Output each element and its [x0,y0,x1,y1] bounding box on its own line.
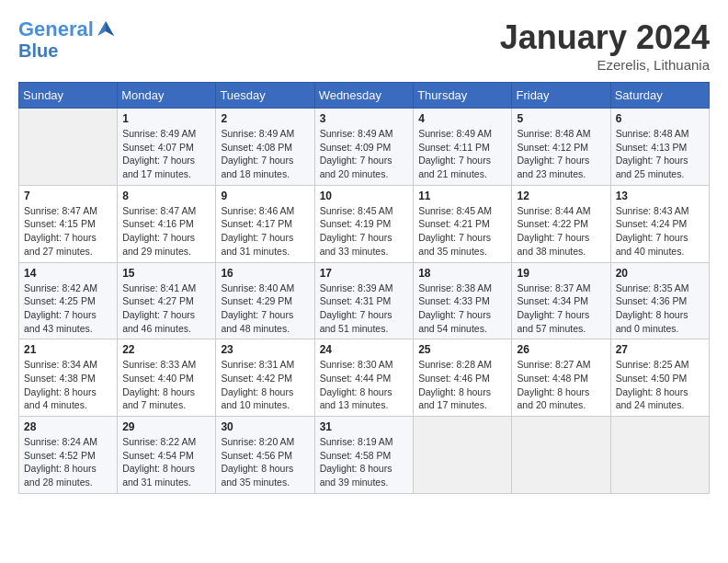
day-number: 7 [24,190,112,202]
calendar-header: SundayMondayTuesdayWednesdayThursdayFrid… [19,83,710,109]
day-info: Sunrise: 8:28 AMSunset: 4:46 PMDaylight:… [418,358,506,412]
day-number: 3 [320,112,409,125]
page-header: General Blue January 2024 Ezerelis, Lith… [18,18,710,73]
header-row: SundayMondayTuesdayWednesdayThursdayFrid… [19,83,710,109]
calendar-cell: 21Sunrise: 8:34 AMSunset: 4:38 PMDayligh… [19,339,118,417]
calendar-cell: 9Sunrise: 8:46 AMSunset: 4:17 PMDaylight… [216,185,314,262]
day-info: Sunrise: 8:27 AMSunset: 4:48 PMDaylight:… [517,358,605,412]
day-header-monday: Monday [118,83,216,109]
day-info: Sunrise: 8:33 AMSunset: 4:40 PMDaylight:… [122,358,210,412]
day-number: 12 [517,190,605,202]
day-header-friday: Friday [512,83,610,109]
calendar-cell: 24Sunrise: 8:30 AMSunset: 4:44 PMDayligh… [314,339,414,417]
day-number: 8 [122,190,210,202]
calendar-cell: 15Sunrise: 8:41 AMSunset: 4:27 PMDayligh… [118,262,216,339]
week-row-3: 14Sunrise: 8:42 AMSunset: 4:25 PMDayligh… [19,262,710,339]
calendar-cell: 7Sunrise: 8:47 AMSunset: 4:15 PMDaylight… [19,185,118,262]
day-info: Sunrise: 8:45 AMSunset: 4:21 PMDaylight:… [418,204,506,259]
day-number: 9 [221,190,309,202]
day-info: Sunrise: 8:46 AMSunset: 4:17 PMDaylight:… [221,204,309,259]
logo: General Blue [18,18,116,61]
calendar-cell: 6Sunrise: 8:48 AMSunset: 4:13 PMDaylight… [610,109,709,186]
calendar-cell: 16Sunrise: 8:40 AMSunset: 4:29 PMDayligh… [216,262,314,339]
day-number: 5 [517,112,605,125]
calendar-cell: 20Sunrise: 8:35 AMSunset: 4:36 PMDayligh… [610,262,709,339]
day-number: 30 [221,420,309,433]
day-info: Sunrise: 8:49 AMSunset: 4:09 PMDaylight:… [320,127,409,181]
logo-general: General [18,17,94,40]
calendar-cell: 2Sunrise: 8:49 AMSunset: 4:08 PMDaylight… [216,109,314,186]
week-row-5: 28Sunrise: 8:24 AMSunset: 4:52 PMDayligh… [19,417,710,494]
day-number: 14 [24,267,112,280]
location-text: Ezerelis, Lithuania [500,57,710,73]
calendar-cell: 5Sunrise: 8:48 AMSunset: 4:12 PMDaylight… [512,109,610,186]
day-number: 21 [24,343,112,356]
day-number: 31 [320,420,409,433]
day-info: Sunrise: 8:47 AMSunset: 4:15 PMDaylight:… [24,204,112,259]
day-info: Sunrise: 8:25 AMSunset: 4:50 PMDaylight:… [616,358,704,412]
day-number: 13 [616,190,704,202]
day-number: 20 [616,267,704,280]
calendar-cell: 18Sunrise: 8:38 AMSunset: 4:33 PMDayligh… [414,262,512,339]
calendar-cell: 3Sunrise: 8:49 AMSunset: 4:09 PMDaylight… [314,109,414,186]
logo-text: General [18,18,94,40]
day-number: 29 [122,420,210,433]
day-number: 11 [418,190,506,202]
day-info: Sunrise: 8:49 AMSunset: 4:07 PMDaylight:… [122,127,210,181]
day-number: 4 [418,112,506,125]
day-info: Sunrise: 8:42 AMSunset: 4:25 PMDaylight:… [24,282,112,336]
day-number: 2 [221,112,309,125]
month-title: January 2024 [500,18,710,57]
day-info: Sunrise: 8:37 AMSunset: 4:34 PMDaylight:… [517,282,605,336]
calendar-cell [610,417,709,494]
logo-blue: Blue [18,40,58,61]
day-number: 24 [320,343,409,356]
day-number: 22 [122,343,210,356]
day-header-tuesday: Tuesday [216,83,314,109]
day-info: Sunrise: 8:31 AMSunset: 4:42 PMDaylight:… [221,358,309,412]
logo-bird-icon [96,19,116,40]
day-number: 1 [122,112,210,125]
calendar-cell: 27Sunrise: 8:25 AMSunset: 4:50 PMDayligh… [610,339,709,417]
day-info: Sunrise: 8:47 AMSunset: 4:16 PMDaylight:… [122,204,210,259]
day-info: Sunrise: 8:22 AMSunset: 4:54 PMDaylight:… [122,435,210,489]
calendar-cell: 30Sunrise: 8:20 AMSunset: 4:56 PMDayligh… [216,417,314,494]
day-number: 6 [616,112,704,125]
day-info: Sunrise: 8:30 AMSunset: 4:44 PMDaylight:… [320,358,409,412]
day-info: Sunrise: 8:48 AMSunset: 4:13 PMDaylight:… [616,127,704,181]
calendar-cell: 23Sunrise: 8:31 AMSunset: 4:42 PMDayligh… [216,339,314,417]
day-number: 23 [221,343,309,356]
calendar-cell: 31Sunrise: 8:19 AMSunset: 4:58 PMDayligh… [314,417,414,494]
calendar-cell: 10Sunrise: 8:45 AMSunset: 4:19 PMDayligh… [314,185,414,262]
day-number: 17 [320,267,409,280]
day-number: 10 [320,190,409,202]
day-info: Sunrise: 8:38 AMSunset: 4:33 PMDaylight:… [418,282,506,336]
day-info: Sunrise: 8:39 AMSunset: 4:31 PMDaylight:… [320,282,409,336]
calendar-table: SundayMondayTuesdayWednesdayThursdayFrid… [18,82,710,494]
day-number: 26 [517,343,605,356]
calendar-cell: 29Sunrise: 8:22 AMSunset: 4:54 PMDayligh… [118,417,216,494]
day-info: Sunrise: 8:41 AMSunset: 4:27 PMDaylight:… [122,282,210,336]
day-header-wednesday: Wednesday [314,83,414,109]
day-info: Sunrise: 8:49 AMSunset: 4:08 PMDaylight:… [221,127,309,181]
week-row-4: 21Sunrise: 8:34 AMSunset: 4:38 PMDayligh… [19,339,710,417]
calendar-cell: 1Sunrise: 8:49 AMSunset: 4:07 PMDaylight… [118,109,216,186]
calendar-cell: 22Sunrise: 8:33 AMSunset: 4:40 PMDayligh… [118,339,216,417]
calendar-cell: 12Sunrise: 8:44 AMSunset: 4:22 PMDayligh… [512,185,610,262]
day-info: Sunrise: 8:24 AMSunset: 4:52 PMDaylight:… [24,435,112,489]
day-number: 25 [418,343,506,356]
day-info: Sunrise: 8:45 AMSunset: 4:19 PMDaylight:… [320,204,409,259]
day-info: Sunrise: 8:35 AMSunset: 4:36 PMDaylight:… [616,282,704,336]
calendar-cell: 11Sunrise: 8:45 AMSunset: 4:21 PMDayligh… [414,185,512,262]
day-number: 18 [418,267,506,280]
calendar-cell: 4Sunrise: 8:49 AMSunset: 4:11 PMDaylight… [414,109,512,186]
calendar-cell: 17Sunrise: 8:39 AMSunset: 4:31 PMDayligh… [314,262,414,339]
calendar-cell: 13Sunrise: 8:43 AMSunset: 4:24 PMDayligh… [610,185,709,262]
svg-marker-1 [106,21,114,36]
day-header-saturday: Saturday [610,83,709,109]
calendar-cell [414,417,512,494]
day-info: Sunrise: 8:48 AMSunset: 4:12 PMDaylight:… [517,127,605,181]
day-info: Sunrise: 8:34 AMSunset: 4:38 PMDaylight:… [24,358,112,412]
day-number: 19 [517,267,605,280]
day-info: Sunrise: 8:20 AMSunset: 4:56 PMDaylight:… [221,435,309,489]
